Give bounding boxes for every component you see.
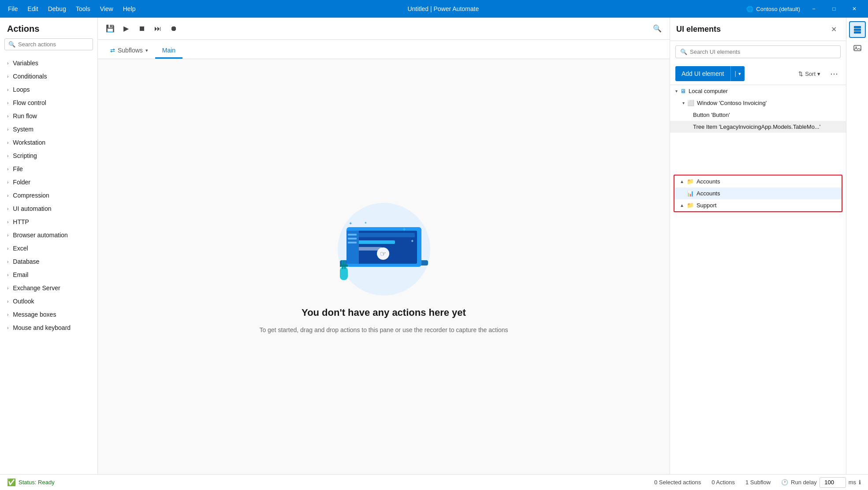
tree-item-accounts-child[interactable]: 📊 Accounts xyxy=(674,187,842,199)
sort-button[interactable]: ⇅ Sort ▾ xyxy=(795,69,824,79)
chevron-icon: › xyxy=(7,140,8,145)
tabs-bar: ⇄ Subflows ▾ Main xyxy=(98,40,670,59)
chevron-icon: › xyxy=(7,312,8,317)
tree-item-local-computer[interactable]: ▾ 🖥 Local computer xyxy=(670,85,846,97)
tab-main-label: Main xyxy=(162,47,175,54)
ui-elements-sidebar-button[interactable] xyxy=(849,21,866,38)
action-item-database[interactable]: › Database xyxy=(0,255,97,268)
action-item-flow-control[interactable]: › Flow control xyxy=(0,96,97,109)
tree-item-button[interactable]: Button 'Button' xyxy=(670,109,846,121)
canvas-empty: ☞ ✦ ✦ ✦ ✦ You don't have any actions her… xyxy=(98,59,670,474)
action-item-exchange-server[interactable]: › Exchange Server xyxy=(0,281,97,295)
action-item-http[interactable]: › HTTP xyxy=(0,215,97,228)
actions-list: › Variables › Conditionals › Loops › Flo… xyxy=(0,55,97,474)
chevron-icon: › xyxy=(7,246,8,251)
svg-rect-10 xyxy=(348,234,357,236)
actions-search-input[interactable] xyxy=(18,41,92,48)
tree-item-window[interactable]: ▾ ⬜ Window 'Contoso Invoicing' xyxy=(670,97,846,109)
action-label: Loops xyxy=(13,86,30,93)
toolbar: 💾 ▶ ⏹ ⏭ ⏺ 🔍 xyxy=(98,18,670,40)
run-delay-input[interactable] xyxy=(820,477,846,488)
chevron-icon: › xyxy=(7,325,8,330)
action-label: Variables xyxy=(13,60,38,67)
action-label: Mouse and keyboard xyxy=(13,324,71,331)
minimize-button[interactable]: − xyxy=(804,0,824,18)
chevron-icon: › xyxy=(7,193,8,198)
menu-debug[interactable]: Debug xyxy=(44,4,71,14)
search-icon: 🔍 xyxy=(8,41,15,48)
action-item-excel[interactable]: › Excel xyxy=(0,242,97,255)
action-item-scripting[interactable]: › Scripting xyxy=(0,149,97,162)
action-item-folder[interactable]: › Folder xyxy=(0,176,97,189)
action-item-variables[interactable]: › Variables xyxy=(0,56,97,70)
action-item-loops[interactable]: › Loops xyxy=(0,83,97,96)
action-item-workstation[interactable]: › Workstation xyxy=(0,136,97,149)
action-item-ui-automation[interactable]: › UI automation xyxy=(0,202,97,215)
action-item-browser-automation[interactable]: › Browser automation xyxy=(0,228,97,242)
actions-title: Actions xyxy=(0,18,97,38)
layers-icon xyxy=(853,25,862,34)
svg-rect-21 xyxy=(854,26,861,28)
tree-item-accounts-parent[interactable]: ▲ 📁 Accounts xyxy=(674,176,842,187)
action-item-message-boxes[interactable]: › Message boxes xyxy=(0,308,97,321)
title-bar: File Edit Debug Tools View Help Untitled… xyxy=(0,0,868,18)
action-item-email[interactable]: › Email xyxy=(0,268,97,281)
account-info[interactable]: 🌐 Contoso (default) xyxy=(746,6,800,12)
action-item-run-flow[interactable]: › Run flow xyxy=(0,109,97,123)
ui-elements-tree: ▾ 🖥 Local computer ▾ ⬜ Window 'Contoso I… xyxy=(670,85,846,173)
action-item-compression[interactable]: › Compression xyxy=(0,189,97,202)
chevron-icon: › xyxy=(7,259,8,264)
action-item-mouse-keyboard[interactable]: › Mouse and keyboard xyxy=(0,321,97,334)
save-button[interactable]: 💾 xyxy=(103,22,117,36)
svg-rect-6 xyxy=(355,247,382,251)
action-item-file[interactable]: › File xyxy=(0,162,97,176)
tab-subflows-label: Subflows xyxy=(118,47,143,54)
menu-tools[interactable]: Tools xyxy=(71,4,95,14)
svg-text:✦: ✦ xyxy=(402,226,407,233)
toolbar-search-button[interactable]: 🔍 xyxy=(650,22,664,36)
add-ui-element-button[interactable]: Add UI element │ ▾ xyxy=(675,66,745,81)
svg-rect-11 xyxy=(348,238,357,239)
ui-panel-close-button[interactable]: ✕ xyxy=(827,23,840,35)
menu-edit[interactable]: Edit xyxy=(23,4,43,14)
close-button[interactable]: ✕ xyxy=(844,0,864,18)
svg-rect-20 xyxy=(340,265,348,267)
ui-elements-search-input[interactable] xyxy=(690,49,836,55)
actions-search-box[interactable]: 🔍 xyxy=(4,38,93,50)
action-item-outlook[interactable]: › Outlook xyxy=(0,295,97,308)
menu-help[interactable]: Help xyxy=(119,4,140,14)
svg-text:✦: ✦ xyxy=(349,221,352,226)
chevron-icon: › xyxy=(7,101,8,105)
tree-item-support[interactable]: ▲ 📁 Support xyxy=(674,199,842,211)
tree-item-legacy[interactable]: Tree Item 'LegacyInvoicingApp.Models.Tab… xyxy=(670,121,846,133)
chevron-icon: › xyxy=(7,61,8,66)
subflows-chevron-icon: ▾ xyxy=(145,48,148,53)
subflow-count: 1 Subflow xyxy=(745,479,771,486)
canvas-area: 💾 ▶ ⏹ ⏭ ⏺ 🔍 ⇄ Subflows ▾ Main xyxy=(98,18,670,474)
folder-icon: 📁 xyxy=(687,202,694,209)
images-sidebar-button[interactable] xyxy=(849,40,866,56)
action-label: Email xyxy=(13,271,28,278)
next-button[interactable]: ⏭ xyxy=(151,22,165,36)
ui-panel-header: UI elements ✕ xyxy=(670,18,846,41)
more-options-button[interactable]: ⋯ xyxy=(827,68,841,79)
add-ui-btn-chevron-icon[interactable]: │ ▾ xyxy=(731,66,745,81)
stop-button[interactable]: ⏹ xyxy=(135,22,149,36)
svg-rect-22 xyxy=(854,29,861,31)
record-button[interactable]: ⏺ xyxy=(167,22,181,36)
tree-label: Accounts xyxy=(697,178,720,185)
tab-main[interactable]: Main xyxy=(155,43,183,59)
chevron-icon: › xyxy=(7,153,8,158)
tab-subflows[interactable]: ⇄ Subflows ▾ xyxy=(103,43,155,59)
menu-view[interactable]: View xyxy=(96,4,118,14)
sort-label: Sort xyxy=(805,71,816,77)
run-button[interactable]: ▶ xyxy=(119,22,133,36)
svg-rect-23 xyxy=(854,31,861,34)
action-item-system[interactable]: › System xyxy=(0,123,97,136)
maximize-button[interactable]: □ xyxy=(824,0,844,18)
ui-elements-search-box[interactable]: 🔍 xyxy=(675,45,841,58)
menu-file[interactable]: File xyxy=(4,4,22,14)
action-item-conditionals[interactable]: › Conditionals xyxy=(0,70,97,83)
svg-rect-24 xyxy=(854,45,861,51)
search-icon: 🔍 xyxy=(680,49,687,55)
